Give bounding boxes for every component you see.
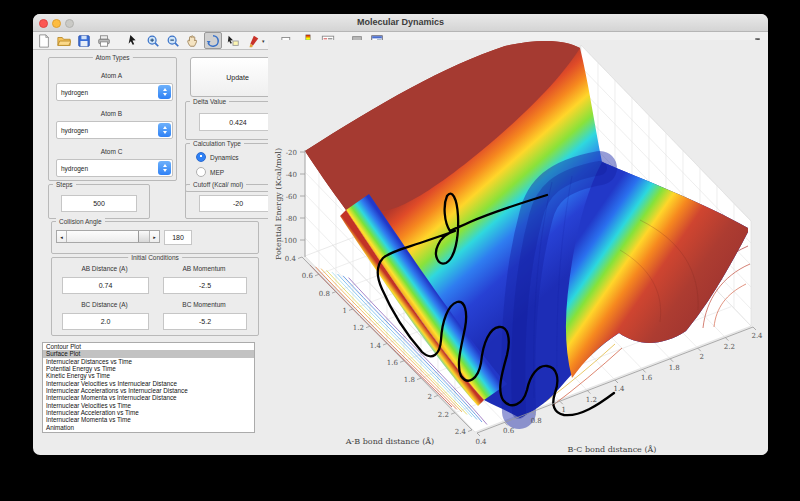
bc-tick: 1.8 <box>669 364 680 372</box>
window-title: Molecular Dynamics <box>33 14 768 31</box>
z-tick: -40 <box>286 171 297 179</box>
ab-tick: 1 <box>343 307 347 315</box>
open-folder-icon[interactable] <box>55 32 73 49</box>
plot-type-listbox[interactable]: Contour Plot Surface Plot Internuclear D… <box>42 342 255 433</box>
atom-types-group-label: Atom Types <box>92 54 132 62</box>
save-icon[interactable] <box>75 32 93 49</box>
slider-left-arrow-icon[interactable]: ◂ <box>57 231 67 242</box>
dynamics-radio[interactable]: Dynamics <box>196 152 239 162</box>
bc-tick: 0.6 <box>503 427 515 435</box>
atom-a-value: hydrogen <box>61 89 88 96</box>
zoom-window-button[interactable] <box>65 19 74 28</box>
bc-tick: 2.2 <box>724 343 735 351</box>
dynamics-radio-label: Dynamics <box>210 154 239 161</box>
ab-tick: 1.4 <box>370 342 382 350</box>
z-axis-label: Potential Energy (Kcal/mol) <box>274 148 283 260</box>
bc-tick: 2.4 <box>751 332 763 340</box>
z-tick: -100 <box>281 237 297 245</box>
ab-momentum-field[interactable]: -2.5 <box>163 277 247 294</box>
list-item-selected[interactable]: Surface Plot <box>43 350 254 357</box>
ab-momentum-label: AB Momentum <box>163 265 245 272</box>
atom-b-dropdown[interactable]: hydrogen <box>56 121 173 139</box>
bc-tick: 1.2 <box>586 396 597 404</box>
ab-tick: 2.2 <box>438 411 449 419</box>
zoom-out-icon[interactable] <box>164 32 182 49</box>
list-item[interactable]: Kinetic Energy vs Time <box>43 372 254 379</box>
ab-distance-label: AB Distance (A) <box>62 265 147 272</box>
list-item[interactable]: Internuclear Distances vs Time <box>43 358 254 365</box>
ab-distance-field[interactable]: 0.74 <box>62 277 149 294</box>
collision-angle-label: Collision Angle <box>56 218 105 226</box>
atom-b-label: Atom B <box>48 110 175 117</box>
atom-a-label: Atom A <box>48 72 175 79</box>
ab-tick: 1.8 <box>404 376 415 384</box>
bc-distance-field[interactable]: 2.0 <box>62 313 149 330</box>
bc-tick: 1 <box>562 406 566 414</box>
ab-tick: 1.2 <box>353 324 364 332</box>
delta-value-field[interactable]: 0.424 <box>199 113 277 131</box>
bc-tick: 0.8 <box>531 417 542 425</box>
collision-angle-slider[interactable]: ◂ ▸ <box>56 230 160 243</box>
zoom-in-icon[interactable] <box>144 32 162 49</box>
list-item[interactable]: Internuclear Momenta vs Internuclear Dis… <box>43 394 254 401</box>
bc-tick: 0.4 <box>475 438 487 446</box>
calculation-type-label: Calculation Type <box>190 140 244 148</box>
atom-c-dropdown[interactable]: hydrogen <box>56 159 173 177</box>
print-icon[interactable] <box>95 32 113 49</box>
atom-c-label: Atom C <box>48 148 175 155</box>
ab-tick: 0.4 <box>285 255 297 263</box>
x-axis-label: A-B bond distance (Å) <box>345 437 434 446</box>
cutoff-label: Cutoff (Kcal/ mol) <box>190 181 246 189</box>
list-item[interactable]: Internuclear Momenta vs Time <box>43 416 254 423</box>
minimize-window-button[interactable] <box>52 19 61 28</box>
brush-icon[interactable] <box>244 32 262 49</box>
app-window: Molecular Dynamics ▾ Atom Types Atom A h… <box>33 14 768 455</box>
ab-tick: 0.8 <box>319 290 330 298</box>
pan-icon[interactable] <box>184 32 202 49</box>
delta-value-label: Delta Value <box>190 98 229 106</box>
collision-angle-field[interactable]: 180 <box>164 230 192 245</box>
slider-thumb[interactable] <box>138 231 150 242</box>
list-item[interactable]: Potential Energy vs Time <box>43 365 254 372</box>
titlebar: Molecular Dynamics <box>33 14 768 32</box>
new-document-icon[interactable] <box>35 32 53 49</box>
list-item[interactable]: Contour Plot <box>43 343 254 350</box>
data-cursor-icon[interactable] <box>224 32 242 49</box>
initial-conditions-label: Initial Conditions <box>128 254 182 262</box>
rotate-3d-icon[interactable] <box>204 32 222 49</box>
bc-tick: 1.6 <box>641 374 653 382</box>
bc-momentum-label: BC Momentum <box>163 301 245 308</box>
z-tick: -80 <box>286 215 297 223</box>
list-item[interactable]: Internuclear Velocities vs Internuclear … <box>43 380 254 387</box>
atom-a-dropdown[interactable]: hydrogen <box>56 83 173 101</box>
mep-radio-label: MEP <box>210 169 224 176</box>
y-axis-label: B-C bond distance (Å) <box>568 445 657 454</box>
radio-selected-icon <box>196 152 206 162</box>
ab-tick: 2 <box>428 393 432 401</box>
bc-momentum-field[interactable]: -5.2 <box>163 313 247 330</box>
steps-label: Steps <box>53 181 76 189</box>
list-item[interactable]: Internuclear Acceleration vs Time <box>43 409 254 416</box>
cutoff-field[interactable]: -20 <box>199 195 277 212</box>
mep-radio[interactable]: MEP <box>196 167 224 177</box>
close-window-button[interactable] <box>39 19 48 28</box>
list-item[interactable]: Animation <box>43 424 254 431</box>
ab-tick: 0.6 <box>302 272 314 280</box>
dropdown-stepper-icon <box>158 85 171 99</box>
bc-distance-label: BC Distance (A) <box>62 301 147 308</box>
steps-field[interactable]: 500 <box>61 195 137 212</box>
radio-unselected-icon <box>196 167 206 177</box>
slider-right-arrow-icon[interactable]: ▸ <box>149 231 159 242</box>
list-item[interactable]: Internuclear Velocities vs Time <box>43 402 254 409</box>
z-tick: -60 <box>286 193 297 201</box>
list-item[interactable]: Internuclear Accelerations vs Internucle… <box>43 387 254 394</box>
surface-plot-canvas[interactable]: -20 -40 -60 -80 -100 0.4 0.6 0.8 1 1.2 1… <box>268 40 768 455</box>
edit-cursor-icon[interactable] <box>124 32 142 49</box>
potential-energy-surface-plot: -20 -40 -60 -80 -100 0.4 0.6 0.8 1 1.2 1… <box>268 40 768 455</box>
z-tick: -20 <box>286 149 297 157</box>
dropdown-stepper-icon <box>158 123 171 137</box>
ab-tick: 1.6 <box>387 359 399 367</box>
bc-tick: 1.4 <box>613 385 625 393</box>
atom-c-value: hydrogen <box>61 165 88 172</box>
atom-b-value: hydrogen <box>61 127 88 134</box>
